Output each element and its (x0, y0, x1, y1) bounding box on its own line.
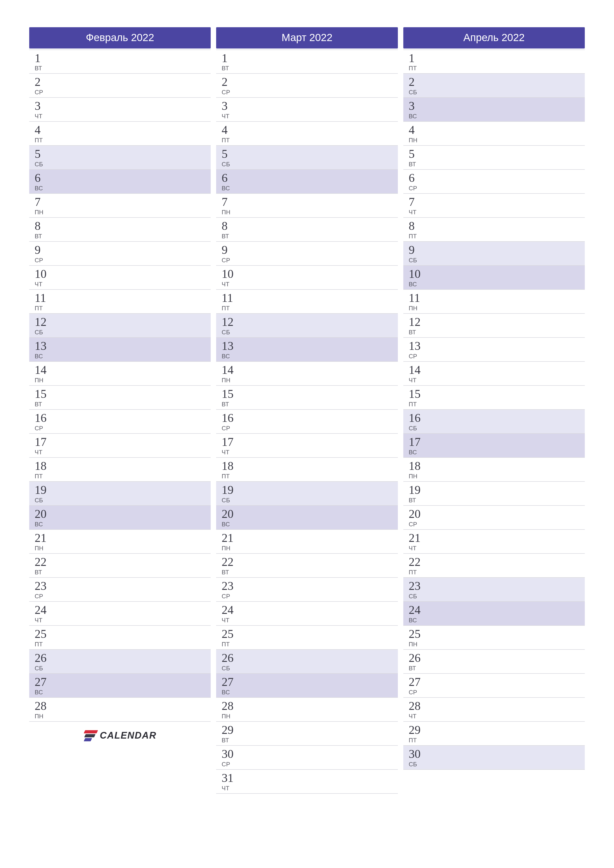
day-number: 22 (35, 556, 211, 568)
day-number: 19 (222, 484, 398, 496)
day-cell: 17ЧТ (216, 434, 398, 458)
day-cell: 10ВС (403, 266, 585, 290)
day-cell: 7ПН (29, 194, 211, 218)
day-number: 30 (409, 748, 585, 760)
day-of-week: ПТ (409, 737, 585, 744)
day-cell: 1ВТ (29, 50, 211, 74)
day-number: 1 (222, 52, 398, 64)
day-cell: 23СР (29, 578, 211, 602)
day-of-week: ПН (35, 377, 211, 384)
day-cell: 9СБ (403, 242, 585, 266)
day-cell: 27ВС (216, 674, 398, 698)
day-cell: 13ВС (29, 338, 211, 362)
day-of-week: ВТ (35, 569, 211, 576)
day-number: 28 (409, 700, 585, 712)
day-number: 14 (222, 364, 398, 376)
day-of-week: ВТ (35, 65, 211, 72)
day-of-week: ВТ (222, 737, 398, 744)
day-of-week: СБ (409, 761, 585, 768)
day-number: 18 (222, 460, 398, 472)
day-number: 7 (35, 196, 211, 208)
day-cell: 26СБ (29, 650, 211, 674)
day-cell: 22ВТ (216, 554, 398, 578)
day-cell: 26СБ (216, 650, 398, 674)
day-of-week: ПН (35, 545, 211, 552)
day-number: 5 (35, 148, 211, 160)
brand-text: CALENDAR (100, 730, 157, 741)
day-of-week: ВС (35, 185, 211, 192)
day-cell: 20СР (403, 506, 585, 530)
day-cell: 3ЧТ (29, 98, 211, 122)
day-number: 12 (35, 316, 211, 328)
day-of-week: ПН (222, 209, 398, 216)
day-number: 19 (35, 484, 211, 496)
day-cell: 24ЧТ (29, 602, 211, 626)
day-of-week: ЧТ (222, 785, 398, 792)
day-of-week: ПТ (409, 233, 585, 240)
day-number: 12 (409, 316, 585, 328)
day-cell: 15ПТ (403, 386, 585, 410)
day-of-week: ВТ (409, 497, 585, 504)
day-of-week: СР (409, 185, 585, 192)
day-cell: 17ВС (403, 434, 585, 458)
day-number: 26 (409, 652, 585, 664)
day-number: 6 (222, 172, 398, 184)
day-number: 7 (222, 196, 398, 208)
calendar-grid: Февраль 20221ВТ2СР3ЧТ4ПТ5СБ6ВС7ПН8ВТ9СР1… (29, 27, 585, 794)
day-cell: 7ЧТ (403, 194, 585, 218)
day-cell: 12СБ (216, 314, 398, 338)
month-column: Февраль 20221ВТ2СР3ЧТ4ПТ5СБ6ВС7ПН8ВТ9СР1… (29, 27, 211, 794)
day-cell: 23СР (216, 578, 398, 602)
day-number: 21 (35, 532, 211, 544)
day-number: 8 (409, 220, 585, 232)
day-number: 20 (222, 508, 398, 520)
day-of-week: СБ (35, 329, 211, 336)
day-cell: 20ВС (216, 506, 398, 530)
day-of-week: СР (222, 89, 398, 96)
day-number: 13 (35, 340, 211, 352)
day-of-week: ВТ (35, 233, 211, 240)
day-of-week: ЧТ (222, 449, 398, 456)
day-cell: 14ПН (216, 362, 398, 386)
day-number: 21 (409, 532, 585, 544)
day-of-week: СБ (222, 161, 398, 168)
day-of-week: СР (35, 89, 211, 96)
day-cell: 11ПН (403, 290, 585, 314)
brand-logo: CALENDAR (29, 722, 211, 746)
day-of-week: ВС (409, 617, 585, 624)
day-number: 1 (409, 52, 585, 64)
day-cell: 6ВС (29, 170, 211, 194)
day-of-week: ЧТ (35, 281, 211, 288)
month-header: Март 2022 (216, 27, 398, 48)
day-of-week: ВТ (409, 161, 585, 168)
month-header: Февраль 2022 (29, 27, 211, 48)
day-of-week: ПН (409, 137, 585, 144)
day-cell: 2СБ (403, 74, 585, 98)
day-of-week: ПТ (35, 137, 211, 144)
day-number: 11 (409, 292, 585, 304)
day-cell: 8ВТ (29, 218, 211, 242)
day-cell: 29ПТ (403, 722, 585, 746)
day-number: 14 (35, 364, 211, 376)
day-cell: 11ПТ (216, 290, 398, 314)
day-number: 11 (35, 292, 211, 304)
day-number: 3 (222, 100, 398, 112)
day-of-week: ПТ (35, 641, 211, 648)
day-cell: 9СР (29, 242, 211, 266)
day-cell: 5СБ (216, 146, 398, 170)
day-of-week: СР (409, 689, 585, 696)
day-of-week: СБ (409, 425, 585, 432)
day-cell: 10ЧТ (29, 266, 211, 290)
day-cell: 1ПТ (403, 50, 585, 74)
day-of-week: ВС (409, 281, 585, 288)
day-number: 11 (222, 292, 398, 304)
day-cell: 15ВТ (216, 386, 398, 410)
day-number: 2 (222, 76, 398, 88)
day-number: 6 (35, 172, 211, 184)
day-of-week: ПТ (35, 473, 211, 480)
day-of-week: ВС (222, 353, 398, 360)
day-number: 15 (222, 388, 398, 400)
day-number: 21 (222, 532, 398, 544)
day-of-week: ВС (409, 113, 585, 120)
day-cell: 11ПТ (29, 290, 211, 314)
